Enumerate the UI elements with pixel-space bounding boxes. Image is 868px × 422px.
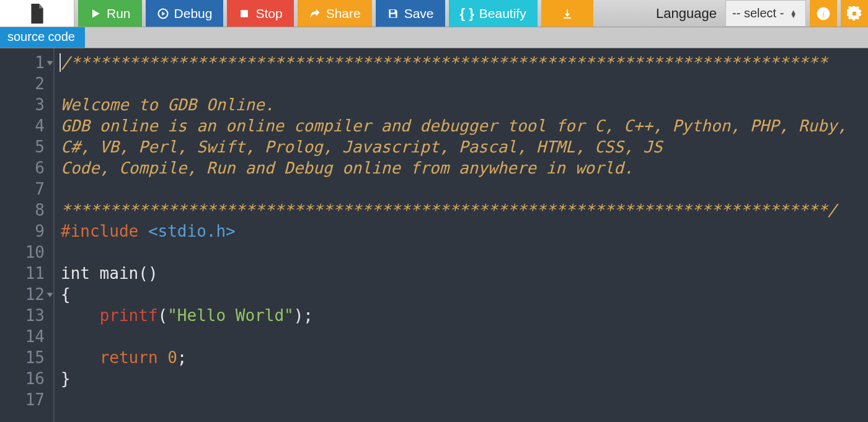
line-number: 16 bbox=[0, 368, 45, 389]
svg-rect-4 bbox=[564, 17, 571, 18]
stop-button[interactable]: Stop bbox=[227, 0, 293, 27]
download-icon bbox=[561, 7, 574, 20]
svg-text:i: i bbox=[822, 9, 825, 19]
code-line[interactable]: { bbox=[61, 284, 868, 305]
line-number: 10 bbox=[0, 242, 45, 263]
language-label: Language bbox=[656, 0, 722, 27]
gear-icon bbox=[847, 6, 862, 21]
code-line[interactable]: } bbox=[61, 368, 868, 389]
line-number: 7 bbox=[0, 178, 45, 200]
share-button[interactable]: Share bbox=[298, 0, 372, 27]
code-editor[interactable]: 1234567891011121314151617 /*************… bbox=[0, 48, 868, 422]
share-icon bbox=[309, 7, 321, 20]
language-select[interactable]: -- select - ▲▼ bbox=[725, 0, 806, 27]
code-line[interactable] bbox=[61, 326, 868, 347]
new-file-button[interactable] bbox=[0, 0, 74, 27]
braces-icon: { } bbox=[460, 6, 474, 22]
code-line[interactable]: GDB online is an online compiler and deb… bbox=[61, 115, 868, 136]
beautify-button[interactable]: { } Beautify bbox=[449, 0, 538, 27]
info-button[interactable]: i bbox=[810, 0, 837, 27]
line-number: 6 bbox=[0, 157, 45, 178]
run-label: Run bbox=[107, 6, 131, 21]
line-number: 5 bbox=[0, 136, 45, 157]
line-number: 8 bbox=[0, 200, 45, 221]
settings-button[interactable] bbox=[841, 0, 868, 27]
save-label: Save bbox=[404, 6, 434, 21]
code-line[interactable] bbox=[61, 242, 868, 263]
toolbar-spacer bbox=[597, 0, 652, 27]
code-line[interactable]: ****************************************… bbox=[61, 200, 868, 221]
code-area[interactable]: /***************************************… bbox=[55, 48, 868, 422]
language-selected: -- select - bbox=[732, 6, 784, 20]
stop-label: Stop bbox=[255, 6, 282, 21]
tab-bar: source code bbox=[0, 27, 868, 48]
line-number: 4 bbox=[0, 115, 45, 136]
debug-label: Debug bbox=[174, 6, 213, 21]
toolbar: Run Debug Stop Share Save { } Beautify L… bbox=[0, 0, 868, 27]
beautify-label: Beautify bbox=[479, 6, 526, 21]
code-line[interactable]: #include <stdio.h> bbox=[61, 221, 868, 242]
code-line[interactable]: Welcome to GDB Online. bbox=[61, 94, 868, 115]
debug-icon bbox=[157, 7, 169, 20]
play-icon bbox=[89, 7, 102, 20]
code-line[interactable] bbox=[61, 389, 868, 410]
download-button[interactable] bbox=[541, 0, 593, 27]
line-number: 1 bbox=[0, 52, 45, 73]
svg-rect-2 bbox=[391, 10, 395, 12]
code-line[interactable]: /***************************************… bbox=[61, 52, 868, 73]
line-number: 17 bbox=[0, 389, 45, 410]
save-icon bbox=[387, 7, 399, 20]
save-button[interactable]: Save bbox=[376, 0, 445, 27]
line-number: 9 bbox=[0, 221, 45, 242]
select-caret-icon: ▲▼ bbox=[790, 10, 797, 17]
debug-button[interactable]: Debug bbox=[146, 0, 224, 27]
line-number: 2 bbox=[0, 73, 45, 94]
code-line[interactable]: return 0; bbox=[61, 347, 868, 368]
line-number: 13 bbox=[0, 305, 45, 326]
share-label: Share bbox=[326, 6, 361, 21]
file-icon bbox=[29, 4, 45, 24]
code-line[interactable]: int main() bbox=[61, 263, 868, 284]
svg-rect-3 bbox=[391, 14, 396, 17]
code-line[interactable]: printf("Hello World"); bbox=[61, 305, 868, 326]
line-number: 12 bbox=[0, 284, 45, 305]
line-number: 14 bbox=[0, 326, 45, 347]
run-button[interactable]: Run bbox=[78, 0, 142, 27]
svg-rect-1 bbox=[241, 10, 249, 17]
line-gutter: 1234567891011121314151617 bbox=[0, 48, 55, 422]
code-line[interactable]: C#, VB, Perl, Swift, Prolog, Javascript,… bbox=[61, 136, 868, 157]
code-line[interactable]: Code, Compile, Run and Debug online from… bbox=[61, 157, 868, 178]
info-icon: i bbox=[816, 6, 831, 21]
line-number: 15 bbox=[0, 347, 45, 368]
stop-icon bbox=[238, 7, 250, 20]
code-line[interactable] bbox=[61, 178, 868, 200]
code-line[interactable] bbox=[61, 73, 868, 94]
tab-source-code[interactable]: source code bbox=[0, 27, 85, 48]
line-number: 3 bbox=[0, 94, 45, 115]
line-number: 11 bbox=[0, 263, 45, 284]
